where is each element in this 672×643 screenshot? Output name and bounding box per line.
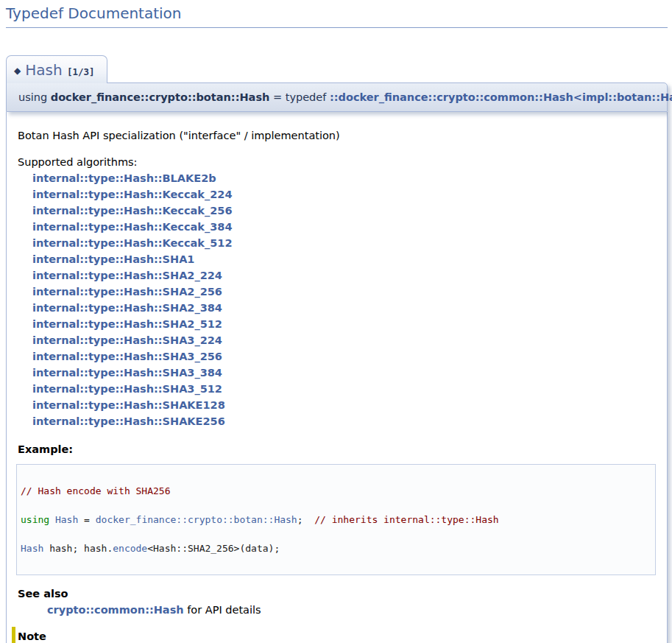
- code-link-botan-hash[interactable]: docker_finance::crypto::botan::Hash: [96, 514, 297, 525]
- algorithm-link-sha3-224[interactable]: internal::type::Hash::SHA3_224: [32, 332, 656, 348]
- see-also-label: See also: [18, 586, 656, 602]
- code-line-1: // Hash encode with SHA256: [21, 486, 651, 496]
- memitem-hash: ◆Hash [1/3] using docker_finance::crypto…: [6, 28, 668, 643]
- code-link-encode[interactable]: encode: [113, 543, 147, 554]
- see-also-link[interactable]: crypto::common::Hash: [47, 604, 184, 616]
- typedef-prototype: using docker_finance::crypto::botan::Has…: [6, 82, 668, 112]
- algorithm-link-sha2-224[interactable]: internal::type::Hash::SHA2_224: [32, 267, 656, 284]
- code-line-3: Hash hash; hash.encode<Hash::SHA2_256>(d…: [21, 544, 651, 553]
- algorithm-link-keccak-256[interactable]: internal::type::Hash::Keccak_256: [32, 203, 656, 219]
- proto-equals: = typedef: [269, 91, 330, 103]
- proto-keyword: using: [18, 91, 51, 103]
- note-section: Note For public consumption: [12, 627, 656, 643]
- algorithm-link-shake128[interactable]: internal::type::Hash::SHAKE128: [32, 397, 656, 413]
- algorithm-link-sha2-256[interactable]: internal::type::Hash::SHA2_256: [32, 284, 656, 300]
- algorithm-link-blake2b[interactable]: internal::type::Hash::BLAKE2b: [32, 170, 656, 186]
- algorithm-link-sha2-384[interactable]: internal::type::Hash::SHA2_384: [32, 300, 656, 316]
- intro-text: Botan Hash API specialization ("interfac…: [18, 127, 656, 144]
- algorithm-link-keccak-224[interactable]: internal::type::Hash::Keccak_224: [32, 186, 656, 203]
- page-title: Typedef Documentation: [6, 4, 668, 28]
- memitem-doc: Botan Hash API specialization ("interfac…: [6, 112, 668, 643]
- algorithm-link-sha3-512[interactable]: internal::type::Hash::SHA3_512: [32, 381, 656, 397]
- note-label: Note: [18, 628, 656, 643]
- proto-name: docker_finance::crypto::botan::Hash: [51, 91, 270, 103]
- code-comment-1: // Hash encode with SHA256: [21, 485, 171, 496]
- algorithm-link-keccak-512[interactable]: internal::type::Hash::Keccak_512: [32, 235, 656, 251]
- code-link-hash-2[interactable]: Hash: [21, 543, 43, 554]
- algorithm-link-sha1[interactable]: internal::type::Hash::SHA1: [32, 251, 656, 267]
- code-line3-tail: <Hash::SHA2_256>(data);: [147, 543, 280, 554]
- algorithm-link-shake256[interactable]: internal::type::Hash::SHAKE256: [32, 413, 656, 429]
- proto-type-link[interactable]: ::docker_finance::crypto::common::Hash<i…: [330, 91, 672, 103]
- algorithm-link-sha3-256[interactable]: internal::type::Hash::SHA3_256: [32, 348, 656, 365]
- memitem-title-text: Hash: [25, 61, 62, 79]
- algorithms-label: Supported algorithms:: [18, 154, 656, 170]
- code-assign: =: [78, 514, 95, 525]
- code-line-2: using Hash = docker_finance::crypto::bot…: [21, 515, 651, 524]
- see-also-suffix: for API details: [184, 604, 261, 616]
- memitem-title-tab: ◆Hash [1/3]: [6, 55, 107, 83]
- example-label: Example:: [18, 441, 656, 457]
- algorithms-list: internal::type::Hash::BLAKE2b internal::…: [32, 170, 656, 429]
- code-keyword-using: using: [21, 514, 55, 525]
- code-semicolon: ;: [297, 514, 314, 525]
- algorithm-link-keccak-384[interactable]: internal::type::Hash::Keccak_384: [32, 219, 656, 235]
- algorithm-link-sha2-512[interactable]: internal::type::Hash::SHA2_512: [32, 316, 656, 332]
- see-also-content: crypto::common::Hash for API details: [47, 602, 656, 618]
- overload-badge: [1/3]: [67, 66, 95, 77]
- code-comment-2: // inherits internal::type::Hash: [314, 514, 498, 525]
- diamond-icon: ◆: [14, 66, 25, 76]
- code-link-hash[interactable]: Hash: [55, 514, 78, 525]
- see-also-section: See also crypto::common::Hash for API de…: [18, 586, 656, 618]
- code-block: // Hash encode with SHA256 using Hash = …: [16, 464, 656, 575]
- algorithm-link-sha3-384[interactable]: internal::type::Hash::SHA3_384: [32, 365, 656, 381]
- code-line3-mid: hash; hash.: [43, 543, 113, 554]
